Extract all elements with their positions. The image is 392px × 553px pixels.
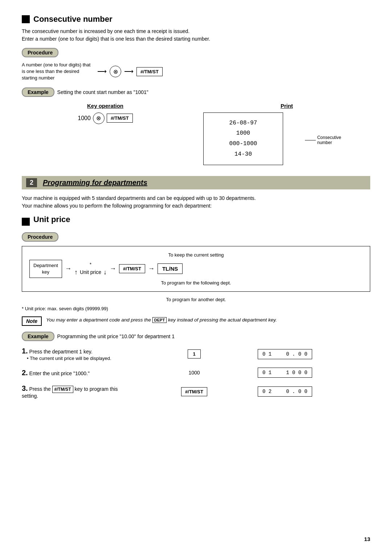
programming-departments-section: 2 Programming for departments Your machi…	[22, 176, 370, 399]
section-banner-programming: 2 Programming for departments	[22, 176, 370, 189]
step-3-display: 0 2 0 . 0 0	[258, 386, 370, 397]
flow-keep-setting: To keep the current setting	[29, 252, 363, 258]
step-3-key: #/TM/ST	[138, 387, 250, 396]
step-2-key: 1000	[138, 370, 250, 376]
step-2-key-text: 1000	[188, 370, 200, 376]
procedure-badge-consecutive: Procedure	[22, 48, 370, 62]
key-op-value: 1000	[78, 115, 91, 122]
step-3-key-box: #/TM/ST	[181, 387, 207, 396]
banner-number: 2	[26, 178, 37, 187]
tlns-key-box: TL/NS	[158, 263, 183, 274]
step-1-key-box: 1	[188, 349, 201, 359]
example-text: Setting the count start number as "1001"	[57, 89, 148, 95]
step-3: 3. Press the #/TM/ST key to program this…	[22, 384, 370, 399]
note-text: You may enter a department code and pres…	[46, 316, 277, 324]
flow-program-another: To program for another dept.	[22, 297, 370, 302]
flow-main-row: Department key → * ↑ Unit price ↓ → #/TM…	[29, 260, 363, 278]
step-3-display-box: 0 2 0 . 0 0	[258, 386, 312, 397]
step-1-key: 1	[138, 349, 250, 359]
step-2-display: 0 1 1 0 0 0	[258, 368, 370, 378]
consecutive-intro-1: The consecutive number is increased by o…	[22, 28, 370, 43]
tmst-flow-key: #/TM/ST	[119, 264, 145, 273]
receipt-line-2: 1000	[211, 128, 275, 139]
arrow-2: ⟶	[124, 67, 134, 75]
section-title-consecutive: Consecutive number	[22, 15, 370, 24]
arrow-up: ↑	[74, 269, 78, 276]
key-op-row: 1000 ⊗ #/TM/ST	[22, 112, 189, 124]
asterisk-note: * Unit price: max. seven digits (99999.9…	[22, 306, 370, 311]
note-box: Note You may enter a department code and…	[22, 316, 370, 326]
receipt-box: 26-08-97 1000 000-1000 14-30	[203, 112, 283, 165]
step-2-desc: 2. Enter the unit price "1000."	[22, 369, 131, 377]
arrow-down: ↓	[103, 269, 107, 276]
black-square-icon-2	[22, 218, 30, 226]
example-badge: Example	[22, 87, 54, 97]
asterisk-unit-flow: *	[90, 262, 91, 267]
black-square-icon	[22, 15, 30, 23]
step-2-display-box: 0 1 1 0 0 0	[258, 368, 312, 378]
example-unit-text: Programming the unit price "10.00" for d…	[57, 333, 175, 339]
circle-x-key: ⊗	[110, 66, 121, 77]
note-label: Note	[22, 316, 42, 326]
print-label: Print	[203, 103, 370, 109]
col-key-operation: Key operation 1000 ⊗ #/TM/ST	[22, 103, 189, 124]
arrow-to-tmst: →	[110, 265, 116, 273]
programming-title: Programming for departments	[43, 179, 147, 187]
procedure-badge-unit: Procedure	[22, 232, 370, 246]
arrow-1: ⟶	[97, 67, 107, 75]
example-badge-unit: Example	[22, 332, 54, 341]
receipt-line-1: 26-08-97	[211, 118, 275, 128]
tmst-key-box: #/TM/ST	[136, 67, 163, 76]
key-circle-op: ⊗	[93, 112, 105, 124]
consecutive-annotation-text: Consecutivenumber	[317, 135, 341, 145]
consecutive-flow: A number (one to four digits) that is on…	[22, 62, 370, 82]
step-1: 1. Press the department 1 key. • The cur…	[22, 347, 370, 361]
programming-intro: Your machine is equipped with 5 standard…	[22, 194, 370, 210]
consecutive-title: Consecutive number	[33, 15, 113, 24]
unit-price-heading: Unit price	[22, 215, 370, 229]
example-row-unit: Example Programming the unit price "10.0…	[22, 332, 370, 341]
col-print: Print 26-08-97 1000 000-1000 14-30 Conse…	[203, 103, 370, 165]
step-1-desc: 1. Press the department 1 key. • The cur…	[22, 347, 131, 361]
consecutive-annotation: Consecutivenumber	[305, 135, 341, 145]
step-1-display-box: 0 1 0 . 0 0	[258, 349, 312, 359]
key-operation-label: Key operation	[22, 103, 189, 109]
receipt-line-3: 000-1000	[211, 139, 275, 149]
arrow-to-tlns: →	[148, 265, 155, 273]
example-row-consecutive: Example Setting the count start number a…	[22, 87, 370, 97]
arrow-dept: →	[65, 265, 72, 273]
step-3-desc: 3. Press the #/TM/ST key to program this…	[22, 384, 131, 399]
page-number: 13	[364, 536, 370, 542]
step-1-display: 0 1 0 . 0 0	[258, 349, 370, 359]
unit-price-flow-label: Unit price	[80, 269, 101, 275]
key-op-print-section: Key operation 1000 ⊗ #/TM/ST Print 26-08…	[22, 103, 370, 165]
unit-price-flow-diagram: To keep the current setting Department k…	[22, 246, 370, 292]
consecutive-number-section: Consecutive number The consecutive numbe…	[22, 15, 370, 165]
tmst-inline-key: #/TM/ST	[52, 386, 73, 393]
tmst-key-op: #/TM/ST	[107, 114, 133, 123]
flow-program-following: To program for the following dept.	[29, 280, 363, 286]
step-2: 2. Enter the unit price "1000." 1000 0 1…	[22, 368, 370, 378]
procedure-badge-unit-label: Procedure	[22, 232, 58, 242]
unit-price-subsection: Unit price Procedure To keep the current…	[22, 215, 370, 399]
receipt-line-4: 14-30	[211, 149, 275, 160]
flow-desc-text: A number (one to four digits) that is on…	[22, 62, 94, 82]
steps-container: 1. Press the department 1 key. • The cur…	[22, 347, 370, 399]
dept-key-box: Department key	[29, 260, 62, 278]
unit-price-title: Unit price	[33, 215, 70, 224]
dept-key-inline: DEPT	[152, 317, 167, 323]
